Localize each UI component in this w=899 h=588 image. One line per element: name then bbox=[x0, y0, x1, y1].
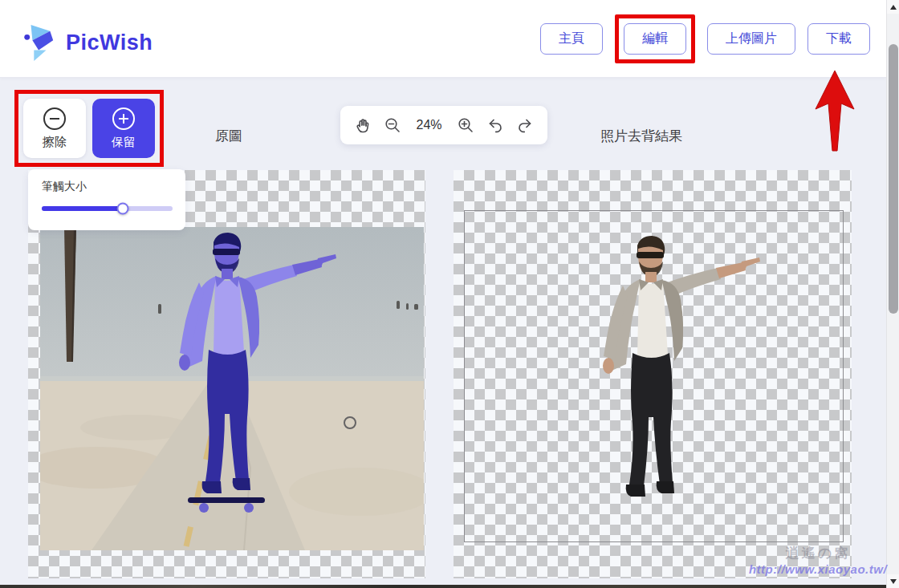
highlight-box-edit: 編輯 bbox=[615, 14, 695, 63]
upload-image-button[interactable]: 上傳圖片 bbox=[707, 23, 795, 55]
redo-icon[interactable] bbox=[516, 116, 535, 135]
edit-button[interactable]: 編輯 bbox=[624, 23, 686, 55]
picwish-logo[interactable]: PicWish bbox=[22, 24, 153, 61]
scroll-down-icon[interactable] bbox=[887, 574, 899, 588]
header: PicWish 主頁 編輯 上傳圖片 下載 bbox=[0, 0, 886, 78]
undo-icon[interactable] bbox=[486, 116, 505, 135]
result-subject bbox=[560, 234, 769, 523]
original-panel-label: 原圖 bbox=[215, 127, 242, 145]
highlight-box-tools: 擦除 保留 bbox=[14, 90, 164, 167]
keep-plus-icon bbox=[112, 107, 135, 130]
brush-size-panel: 筆觸大小 bbox=[28, 169, 185, 230]
annotation-arrow-download bbox=[812, 69, 857, 152]
brush-size-slider-thumb[interactable] bbox=[117, 203, 129, 215]
brand-name: PicWish bbox=[66, 30, 153, 55]
scroll-up-icon[interactable] bbox=[887, 0, 899, 14]
brush-size-slider-fill bbox=[42, 206, 123, 211]
original-photo bbox=[40, 227, 424, 550]
brush-size-title: 筆觸大小 bbox=[42, 180, 172, 194]
picwish-editor-page: PicWish 主頁 編輯 上傳圖片 下載 擦除 保留 筆觸大小 bbox=[0, 0, 899, 588]
keep-tool-button[interactable]: 保留 bbox=[92, 99, 155, 158]
keep-tool-label: 保留 bbox=[112, 135, 136, 150]
erase-tool-button[interactable]: 擦除 bbox=[23, 99, 86, 158]
vertical-scrollbar[interactable] bbox=[886, 0, 899, 588]
original-canvas[interactable] bbox=[28, 170, 425, 578]
home-button[interactable]: 主頁 bbox=[540, 23, 603, 55]
zoom-level-value: 24% bbox=[413, 118, 445, 132]
brush-size-slider[interactable] bbox=[42, 206, 173, 211]
page-bottom-content-edge bbox=[0, 585, 886, 588]
scrollbar-thumb[interactable] bbox=[889, 44, 898, 314]
picwish-fish-icon bbox=[22, 24, 56, 61]
download-button[interactable]: 下載 bbox=[807, 23, 870, 55]
zoom-in-icon[interactable] bbox=[457, 116, 475, 135]
zoom-toolbar: 24% bbox=[340, 106, 547, 144]
result-canvas[interactable] bbox=[454, 170, 852, 578]
result-panel-label: 照片去背結果 bbox=[600, 127, 682, 145]
erase-minus-icon bbox=[43, 107, 66, 130]
erase-tool-label: 擦除 bbox=[43, 135, 67, 150]
header-nav: 主頁 編輯 上傳圖片 下載 bbox=[540, 0, 870, 78]
zoom-out-icon[interactable] bbox=[384, 116, 402, 135]
pan-hand-icon[interactable] bbox=[354, 116, 372, 135]
brush-cursor-circle bbox=[344, 416, 356, 429]
